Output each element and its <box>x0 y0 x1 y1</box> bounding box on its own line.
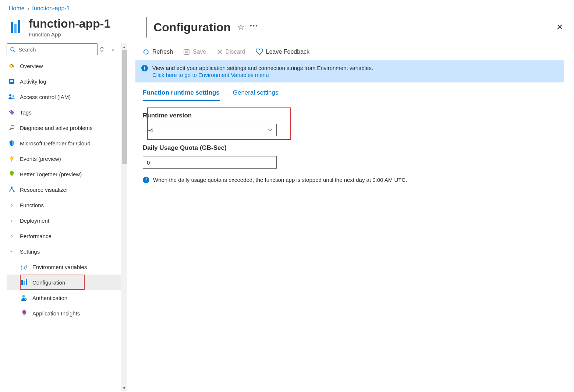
svg-rect-21 <box>21 280 23 285</box>
refresh-button[interactable]: Refresh <box>143 49 173 55</box>
sidebar-item-label: Application Insights <box>32 310 80 317</box>
sidebar-group-label: Deployment <box>20 218 49 224</box>
authentication-icon <box>21 294 28 301</box>
sidebar-nav: Overview Activity log Access control (IA… <box>7 58 121 321</box>
sidebar-item-label: Configuration <box>32 279 65 286</box>
feedback-button[interactable]: Leave Feedback <box>256 49 309 55</box>
events-icon <box>8 155 15 162</box>
daily-quota-label: Daily Usage Quota (GB-Sec) <box>143 144 564 152</box>
resource-visualizer-icon <box>8 186 15 193</box>
sidebar-search-input[interactable] <box>18 46 95 53</box>
banner-text: View and edit your application settings … <box>152 65 373 71</box>
sidebar-item-label: Tags <box>20 109 32 116</box>
tab-general-settings[interactable]: General settings <box>233 89 279 101</box>
breadcrumb-resource[interactable]: function-app-1 <box>32 5 70 12</box>
daily-quota-input[interactable] <box>143 156 277 169</box>
sidebar-group-deployment[interactable]: › Deployment <box>7 213 121 228</box>
discard-icon <box>217 49 223 55</box>
search-updown-icon[interactable] <box>100 46 104 52</box>
runtime-version-value: ~4 <box>147 127 153 133</box>
sidebar-item-access-control[interactable]: Access control (IAM) <box>7 89 121 105</box>
info-banner: i View and edit your application setting… <box>135 60 564 82</box>
svg-rect-29 <box>185 49 187 51</box>
sidebar-item-resource-visualizer[interactable]: Resource visualizer <box>7 182 121 197</box>
toolbar: Refresh Save Discard Leave Feedback <box>135 43 564 60</box>
svg-rect-28 <box>184 49 189 54</box>
save-button: Save <box>183 49 206 55</box>
breadcrumb-home[interactable]: Home <box>9 5 25 12</box>
svg-line-4 <box>14 50 15 52</box>
chevron-down-icon <box>267 128 273 132</box>
page-header: function-app-1 Function App Configuratio… <box>0 17 574 43</box>
sidebar-item-events[interactable]: Events (preview) <box>7 151 121 166</box>
sidebar-item-overview[interactable]: Overview <box>7 58 121 74</box>
svg-rect-23 <box>26 279 27 285</box>
tab-bar: Function runtime settings General settin… <box>135 89 564 102</box>
runtime-version-field: Runtime version ~4 <box>143 112 564 136</box>
scroll-up-icon[interactable]: ▲ <box>121 43 127 50</box>
scroll-down-icon[interactable]: ▼ <box>121 385 127 391</box>
sidebar-item-defender[interactable]: Microsoft Defender for Cloud <box>7 135 121 151</box>
activity-log-icon <box>8 78 15 85</box>
configuration-icon <box>21 279 28 286</box>
sidebar-item-authentication[interactable]: Authentication <box>7 290 121 306</box>
save-icon <box>183 49 190 55</box>
more-menu-icon[interactable]: ••• <box>250 22 258 29</box>
toolbar-label: Leave Feedback <box>266 49 309 55</box>
svg-rect-30 <box>185 52 188 54</box>
info-icon: i <box>141 65 148 71</box>
access-control-icon <box>8 93 15 100</box>
svg-point-17 <box>13 191 15 192</box>
svg-rect-6 <box>10 80 13 81</box>
sidebar-item-label: Microsoft Defender for Cloud <box>20 140 91 146</box>
toolbar-label: Save <box>193 49 206 55</box>
pin-star-icon[interactable]: ☆ <box>237 22 245 32</box>
resource-title: function-app-1 <box>29 17 110 31</box>
sidebar-group-functions[interactable]: › Functions <box>7 197 121 213</box>
sidebar-group-label: Settings <box>20 248 40 255</box>
sidebar: ‹‹ Overview Activity log Access control … <box>0 43 121 391</box>
function-app-icon <box>9 20 24 35</box>
sidebar-scrollbar[interactable]: ▲ ▼ <box>121 43 127 391</box>
chevron-right-icon: › <box>8 218 15 223</box>
svg-rect-2 <box>18 20 20 33</box>
search-icon <box>10 47 15 52</box>
sidebar-item-label: Activity log <box>20 78 46 85</box>
sidebar-item-app-insights[interactable]: Application Insights <box>7 306 121 321</box>
svg-point-10 <box>10 111 11 112</box>
sidebar-item-environment-variables[interactable]: {𝑥} Environment variables <box>7 259 121 275</box>
sidebar-group-settings[interactable]: › Settings <box>7 244 121 259</box>
svg-line-12 <box>10 128 11 130</box>
chevron-right-icon: › <box>8 202 15 208</box>
svg-point-9 <box>13 95 14 97</box>
sidebar-item-label: Events (preview) <box>20 156 61 162</box>
collapse-sidebar-icon[interactable]: ‹‹ <box>106 46 121 53</box>
svg-point-16 <box>9 191 10 192</box>
discard-button: Discard <box>217 49 245 55</box>
sidebar-item-label: Better Together (preview) <box>20 171 82 177</box>
sidebar-item-tags[interactable]: Tags <box>7 105 121 120</box>
quota-help-text: When the daily usage quota is exceeded, … <box>153 177 407 183</box>
sidebar-item-configuration[interactable]: Configuration <box>7 275 121 290</box>
heart-icon <box>256 49 263 55</box>
chevron-right-icon: › <box>8 233 15 239</box>
sidebar-item-activity-log[interactable]: Activity log <box>7 74 121 89</box>
sidebar-group-performance[interactable]: › Performance <box>7 228 121 244</box>
banner-link[interactable]: Click here to go to Environment Variable… <box>152 72 269 78</box>
sidebar-search[interactable] <box>7 43 98 55</box>
svg-line-18 <box>10 188 12 191</box>
main-content: Refresh Save Discard Leave Feedback i Vi… <box>127 43 574 391</box>
svg-rect-7 <box>10 81 13 82</box>
runtime-version-select[interactable]: ~4 <box>143 124 277 136</box>
svg-rect-0 <box>11 22 13 33</box>
svg-rect-22 <box>24 281 25 285</box>
diagnose-icon <box>8 124 15 131</box>
tags-icon <box>8 109 15 116</box>
tab-runtime-settings[interactable]: Function runtime settings <box>143 89 220 101</box>
sidebar-item-diagnose[interactable]: Diagnose and solve problems <box>7 120 121 135</box>
close-button[interactable]: ✕ <box>556 22 563 32</box>
header-divider <box>146 17 147 38</box>
sidebar-item-better-together[interactable]: Better Together (preview) <box>7 166 121 182</box>
svg-point-24 <box>22 295 25 298</box>
scrollbar-thumb[interactable] <box>122 50 127 164</box>
